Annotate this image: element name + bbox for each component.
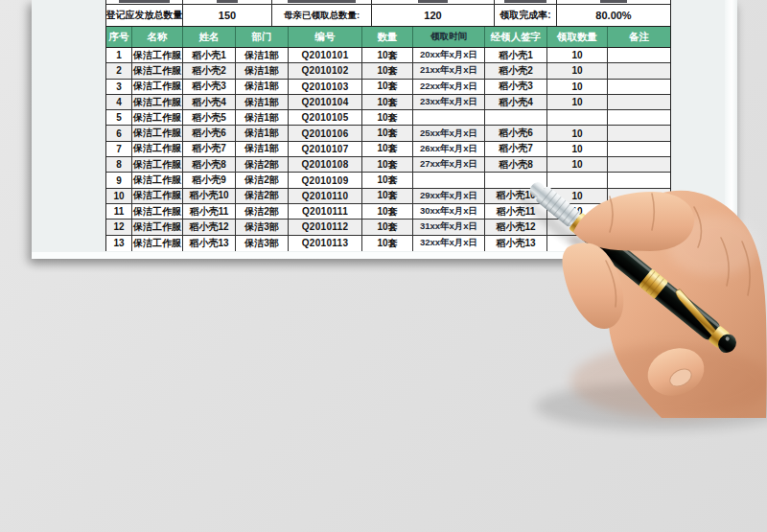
- column-header: 名称: [132, 27, 183, 47]
- pen-end-dome: [714, 331, 740, 357]
- paper-right-edge: [725, 0, 737, 259]
- table-cell: 1: [106, 48, 132, 62]
- table-cell: 10套: [362, 157, 413, 172]
- table-cell: 稻小壳10: [485, 189, 547, 203]
- table-cell: 25xx年x月x日: [413, 126, 485, 140]
- table-cell: Q2010105: [289, 110, 362, 125]
- table-cell: 10: [547, 204, 608, 219]
- table-cell: 10: [547, 95, 608, 109]
- table-cell: 稻小壳10: [183, 189, 236, 203]
- clipped-cell: [557, 0, 670, 4]
- column-header: 部门: [236, 27, 289, 47]
- column-header: 领取数量: [547, 27, 608, 47]
- table-cell: [608, 142, 670, 156]
- table-cell: 保洁1部: [236, 142, 289, 156]
- table-cell: 稻小壳7: [183, 142, 236, 156]
- column-header: 数量: [362, 27, 413, 47]
- table-cell: 保洁工作服: [132, 142, 183, 156]
- table-cell: [547, 110, 608, 125]
- table-cell: 保洁3部: [236, 220, 289, 234]
- table-row: 5保洁工作服稻小壳5保洁1部Q201010510套: [106, 110, 670, 126]
- table-cell: 11: [106, 204, 132, 219]
- table-cell: 稻小壳9: [183, 173, 236, 187]
- table-cell: Q2010111: [289, 204, 362, 219]
- table-cell: 稻小壳6: [485, 126, 547, 140]
- table-cell: [547, 173, 608, 187]
- table-cell: 10套: [362, 236, 413, 251]
- column-header: 领取时间: [413, 27, 485, 47]
- table-cell: 保洁工作服: [132, 110, 183, 125]
- table-cell: 保洁3部: [236, 236, 289, 251]
- table-cell: 3: [106, 80, 132, 94]
- table-cell: 稻小壳1: [183, 48, 236, 62]
- table-row: 3保洁工作服稻小壳3保洁1部Q201010310套22xx年x月x日稻小壳310: [106, 80, 670, 95]
- table-cell: 保洁工作服: [132, 189, 183, 203]
- table-row: 11保洁工作服稻小壳11保洁2部Q201011110套30xx年x月x日稻小壳1…: [106, 204, 670, 220]
- table-cell: Q2010108: [289, 157, 362, 172]
- table-cell: 稻小壳11: [183, 204, 236, 219]
- table-cell: 10套: [362, 80, 413, 94]
- pen-clip: [668, 288, 727, 339]
- table-cell: 稻小壳4: [183, 95, 236, 109]
- table-row: 8保洁工作服稻小壳8保洁2部Q201010810套27xx年x月x日稻小壳810: [106, 157, 670, 173]
- table-cell: Q2010102: [289, 63, 362, 78]
- paper-bottom-edge: [32, 252, 737, 259]
- table-cell: 保洁2部: [236, 189, 289, 203]
- table-cell: 12: [106, 220, 132, 234]
- table-cell: 保洁工作服: [132, 220, 183, 234]
- table-row: 9保洁工作服稻小壳9保洁2部Q201010910套: [106, 173, 670, 188]
- table-cell: 23xx年x月x日: [413, 95, 485, 109]
- table-cell: 保洁1部: [236, 63, 289, 78]
- table-cell: 20xx年x月x日: [413, 48, 485, 62]
- table-row: 7保洁工作服稻小壳7保洁1部Q201010710套26xx年x月x日稻小壳710: [106, 142, 670, 157]
- table-cell: 29xx年x月x日: [413, 189, 485, 203]
- summary-value-completion-rate: 80.00%: [557, 5, 670, 26]
- column-header: 编号: [289, 27, 362, 47]
- table-cell: Q2010104: [289, 95, 362, 109]
- table-cell: 10: [106, 189, 132, 203]
- table-cell: [413, 173, 485, 187]
- clipped-cell: [183, 0, 272, 4]
- table-cell: [485, 110, 547, 125]
- table-cell: 稻小壳13: [485, 236, 547, 251]
- table-cell: [608, 48, 670, 62]
- table-cell: 10: [547, 63, 608, 78]
- table-cell: 10套: [362, 48, 413, 62]
- clipped-cell: [272, 0, 372, 4]
- table-cell: 保洁1部: [236, 95, 289, 109]
- table-cell: [608, 95, 670, 109]
- table-cell: 稻小壳6: [183, 126, 236, 140]
- table-cell: 4: [106, 95, 132, 109]
- table-cell: 稻小壳8: [183, 157, 236, 172]
- table-cell: 保洁工作服: [132, 204, 183, 219]
- table-cell: 稻小壳3: [183, 80, 236, 94]
- paper-sheet: 登记应发放总数量 150 母亲已领取总数量: 120 领取完成率: 80.00%…: [32, 0, 737, 259]
- table-cell: 5: [106, 110, 132, 125]
- table-cell: Q2010113: [289, 236, 362, 251]
- table-cell: 10: [547, 126, 608, 140]
- table-cell: 10套: [362, 220, 413, 234]
- hand-shadow: [535, 382, 767, 430]
- table-row: 6保洁工作服稻小壳6保洁1部Q201010610套25xx年x月x日稻小壳610: [106, 126, 670, 141]
- table-cell: 10: [547, 189, 608, 203]
- table-cell: 32xx年x月x日: [413, 236, 485, 251]
- pen-end-ring: [708, 325, 730, 348]
- table-cell: 保洁2部: [236, 204, 289, 219]
- table-cell: 稻小壳2: [183, 63, 236, 78]
- table-cell: [608, 204, 670, 219]
- table-cell: 保洁工作服: [132, 63, 183, 78]
- table-cell: 22xx年x月x日: [413, 80, 485, 94]
- table-cell: 7: [106, 142, 132, 156]
- table-cell: 保洁2部: [236, 173, 289, 187]
- table-cell: Q2010112: [289, 220, 362, 234]
- table-cell: 6: [106, 126, 132, 140]
- column-header: 经领人签字: [485, 27, 547, 47]
- table-cell: Q2010109: [289, 173, 362, 187]
- table-row: 2保洁工作服稻小壳2保洁1部Q201010210套21xx年x月x日稻小壳210: [106, 63, 670, 79]
- table-cell: 13: [106, 236, 132, 251]
- column-header: 备注: [608, 27, 670, 47]
- table-cell: 2: [106, 63, 132, 78]
- table-row: 12保洁工作服稻小壳12保洁3部Q201011210套31xx年x月x日稻小壳1…: [106, 220, 670, 235]
- table-cell: 26xx年x月x日: [413, 142, 485, 156]
- table-cell: 27xx年x月x日: [413, 157, 485, 172]
